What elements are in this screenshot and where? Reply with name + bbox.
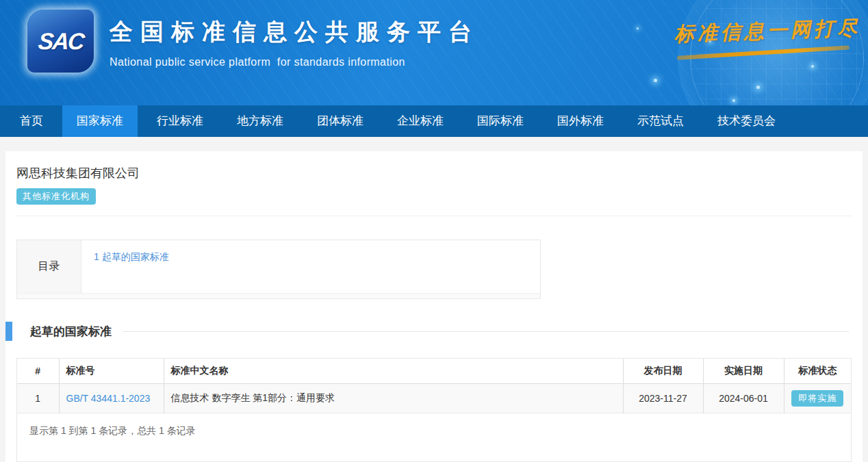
nav-item-industry-standards[interactable]: 行业标准 [142, 105, 218, 137]
content-card: 网思科技集团有限公司 其他标准化机构 目录 1 起草的国家标准 起草的国家标准 [5, 151, 863, 462]
glow-dot [637, 27, 639, 29]
cell-publish-date: 2023-11-27 [623, 384, 703, 413]
status-badge: 即将实施 [791, 390, 843, 407]
col-header-status: 标准状态 [784, 359, 851, 384]
page: SAC 全国标准信息公共服务平台 National public service… [0, 0, 868, 462]
site-banner: SAC 全国标准信息公共服务平台 National public service… [0, 0, 868, 105]
toc-link-drafted-standards[interactable]: 1 起草的国家标准 [94, 251, 169, 262]
toc-label: 目录 [17, 240, 81, 293]
table-row: 1 GB/T 43441.1-2023 信息技术 数字孪生 第1部分：通用要求 … [17, 384, 851, 413]
header-divider [16, 216, 852, 216]
nav-item-technical-committee[interactable]: 技术委员会 [703, 105, 790, 137]
table-header-row: # 标准号 标准中文名称 发布日期 实施日期 标准状态 [17, 359, 851, 384]
cell-implement-date: 2024-06-01 [703, 384, 784, 413]
site-title: 全国标准信息公共服务平台 [110, 16, 479, 48]
cell-index: 1 [17, 384, 59, 413]
toc-panel: 目录 1 起草的国家标准 [16, 240, 541, 299]
col-header-publish-date: 发布日期 [623, 359, 703, 384]
cell-standard-name: 信息技术 数字孪生 第1部分：通用要求 [164, 384, 623, 413]
banner-slogan: 标准信息一网打尽 [674, 18, 852, 55]
sac-logo[interactable]: SAC [27, 10, 94, 73]
nav-item-local-standards[interactable]: 地方标准 [222, 105, 298, 137]
nav-item-foreign-standards[interactable]: 国外标准 [543, 105, 618, 137]
toc-footer-strip [17, 293, 540, 298]
section-header: 起草的国家标准 [16, 322, 852, 341]
section-divider-line [123, 331, 849, 332]
nav-item-home[interactable]: 首页 [5, 105, 58, 137]
toc-links: 1 起草的国家标准 [81, 240, 540, 293]
cell-status: 即将实施 [784, 384, 851, 413]
nav-item-group-standards[interactable]: 团体标准 [303, 105, 378, 137]
cell-standard-code: GB/T 43441.1-2023 [59, 384, 164, 413]
main-nav: 首页 国家标准 行业标准 地方标准 团体标准 企业标准 国际标准 国外标准 示范… [0, 105, 868, 137]
nav-item-national-standards[interactable]: 国家标准 [62, 105, 138, 137]
standard-code-link[interactable]: GB/T 43441.1-2023 [66, 393, 151, 404]
col-header-implement-date: 实施日期 [703, 359, 784, 384]
nav-item-enterprise-standards[interactable]: 企业标准 [383, 105, 458, 137]
glow-dot [811, 65, 814, 68]
content-wrapper: 网思科技集团有限公司 其他标准化机构 目录 1 起草的国家标准 起草的国家标准 [0, 137, 868, 462]
glow-dot [732, 99, 735, 102]
slogan-text: 标准信息一网打尽 [674, 14, 852, 48]
standards-table: # 标准号 标准中文名称 发布日期 实施日期 标准状态 1 GB/T 43 [17, 359, 851, 413]
section-marker [5, 322, 12, 341]
glow-dot [654, 79, 657, 82]
col-header-standard-name: 标准中文名称 [164, 359, 623, 384]
glow-dot [756, 86, 760, 89]
nav-item-international-standards[interactable]: 国际标准 [463, 105, 538, 137]
section-title: 起草的国家标准 [30, 324, 112, 339]
organization-type-badge: 其他标准化机构 [16, 188, 96, 205]
col-header-index: # [17, 359, 59, 384]
sac-logo-text: SAC [37, 28, 85, 55]
record-count-summary: 显示第 1 到第 1 条记录，总共 1 条记录 [17, 413, 851, 461]
standards-table-container: # 标准号 标准中文名称 发布日期 实施日期 标准状态 1 GB/T 43 [16, 358, 852, 462]
nav-item-pilot-demo[interactable]: 示范试点 [623, 105, 698, 137]
banner-titles: 全国标准信息公共服务平台 National public service pla… [110, 16, 479, 68]
col-header-standard-code: 标准号 [59, 359, 164, 384]
toc-body: 目录 1 起草的国家标准 [17, 240, 540, 293]
organization-name: 网思科技集团有限公司 [16, 165, 852, 181]
site-subtitle: National public service platform for sta… [110, 56, 479, 68]
